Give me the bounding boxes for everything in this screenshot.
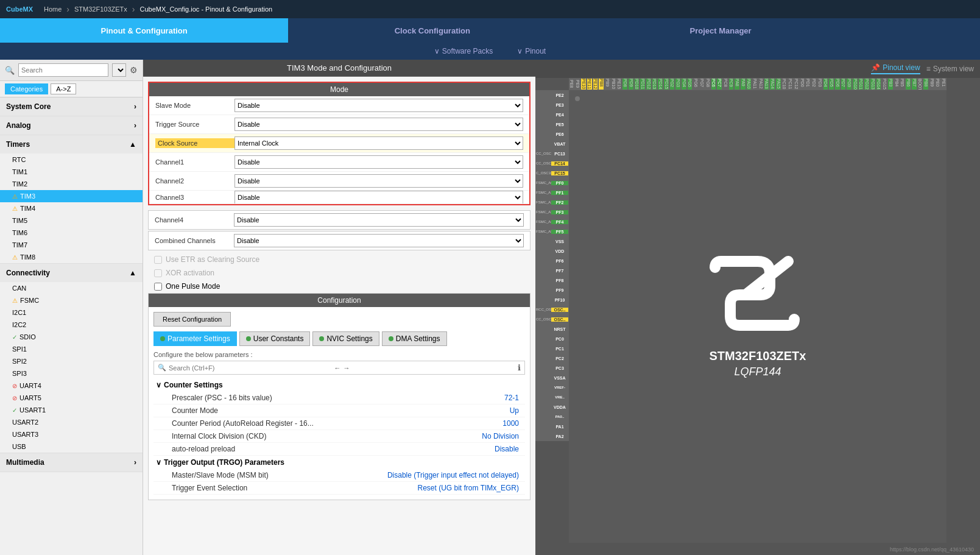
sidebar-item-tim8[interactable]: ⚠TIM8 (0, 251, 143, 263)
section-timers: Timers ▲ RTC TIM1 TIM2 ⚠TIM3 ⚠TIM4 TIM5 … (0, 135, 143, 264)
pin-top-pa15: PA15 (775, 78, 781, 90)
tab-nvic-settings[interactable]: NVIC Settings (312, 331, 379, 346)
config-title: Configuration (149, 294, 530, 307)
pin-top-pd6: PD6 (834, 78, 841, 90)
trgo-settings-group[interactable]: ∨ Trigger Output (TRGO) Parameters (153, 456, 525, 469)
sidebar-item-tim4[interactable]: ⚠TIM4 (0, 202, 143, 214)
pin-left-pf7: PF7 (535, 266, 569, 275)
breadcrumb-file[interactable]: CubeMX_Config.ioc - Pinout & Configurati… (135, 5, 278, 13)
tab-system-view[interactable]: ≡ System view (926, 65, 974, 73)
sidebar-item-can[interactable]: CAN (0, 282, 143, 294)
gear-button[interactable]: ⚙ (130, 65, 138, 75)
channel3-label: Channel3 (155, 194, 234, 201)
section-multimedia: Multimedia › (0, 453, 143, 472)
pin-top-pg14: PG14 (876, 78, 882, 90)
section-timers-header[interactable]: Timers ▲ (0, 135, 143, 154)
section-system-core: System Core › (0, 97, 143, 116)
sidebar-item-spi3[interactable]: SPI3 (0, 367, 143, 380)
reset-config-button[interactable]: Reset Configuration (153, 312, 231, 327)
pin-left-pf6: PF6 (535, 256, 569, 266)
pin-left-vssa: VSSA (535, 373, 569, 383)
tab-dma-settings[interactable]: DMA Settings (382, 331, 447, 346)
channel1-select[interactable]: Disable (234, 155, 523, 169)
counter-settings-group[interactable]: ∨ Counter Settings (153, 378, 525, 392)
info-button[interactable]: ℹ (518, 363, 521, 372)
param-list: ∨ Counter Settings Prescaler (PSC - 16 b… (153, 378, 525, 495)
sidebar-item-tim6[interactable]: TIM6 (0, 227, 143, 239)
error-icon-uart4: ⊘ (12, 383, 17, 389)
sidebar-item-tim1[interactable]: TIM1 (0, 166, 143, 178)
top-bar: CubeMX Home › STM32F103ZETx › CubeMX_Con… (0, 0, 980, 18)
sidebar-item-usart3[interactable]: USART3 (0, 428, 143, 440)
sidebar-item-usart1[interactable]: ✓USART1 (0, 404, 143, 416)
sidebar-item-i2c1[interactable]: I2C1 (0, 306, 143, 319)
pin-top-pd12: PD12 (646, 78, 652, 90)
pin-top-pc12: PC12 (793, 78, 799, 90)
section-analog-header[interactable]: Analog › (0, 116, 143, 135)
breadcrumb-home[interactable]: Home (39, 5, 66, 13)
sidebar-tabs: Categories A->Z (0, 81, 143, 97)
pin-left-pf1: FSMC_A1PF1 (535, 188, 569, 197)
sidebar-search-row: 🔍 ⚙ (0, 60, 143, 81)
section-system-core-header[interactable]: System Core › (0, 97, 143, 116)
section-multimedia-header[interactable]: Multimedia › (0, 453, 143, 472)
chip-inner: STM32F103ZETx LQFP144 (569, 90, 947, 543)
subtab-pinout[interactable]: ∨ Pinout (517, 47, 546, 55)
param-search-input[interactable] (169, 364, 332, 372)
sidebar-tab-categories[interactable]: Categories (5, 83, 48, 94)
param-counter-period: Counter Period (AutoReload Register - 16… (153, 417, 525, 430)
tab-parameter-settings[interactable]: Parameter Settings (153, 331, 237, 346)
sidebar-item-usb[interactable]: USB (0, 440, 143, 453)
chip-marker (575, 96, 580, 101)
xor-row: XOR activation (148, 266, 531, 280)
combined-channels-select[interactable]: Disable (234, 234, 524, 247)
sidebar-item-spi2[interactable]: SPI2 (0, 355, 143, 367)
subtab-software-packs[interactable]: ∨ Software Packs (434, 47, 493, 55)
chip-package: LQFP144 (734, 366, 781, 378)
prev-search-button[interactable]: ← (334, 364, 341, 372)
slave-mode-select[interactable]: Disable (234, 99, 523, 112)
sidebar-item-tim2[interactable]: TIM2 (0, 178, 143, 190)
pin-top-pc8: PC8 (722, 78, 728, 90)
sidebar-item-tim7[interactable]: TIM7 (0, 239, 143, 251)
xor-checkbox[interactable] (154, 269, 162, 277)
sidebar-item-uart5[interactable]: ⊘UART5 (0, 392, 143, 404)
tab-pinout-view[interactable]: 📌 Pinout view (871, 63, 920, 74)
pin-top-pe1: PE1 (940, 78, 947, 90)
channel2-select[interactable]: Disable (234, 174, 523, 188)
sidebar-item-usart2[interactable]: USART2 (0, 416, 143, 428)
sidebar-item-rtc[interactable]: RTC (0, 154, 143, 166)
one-pulse-checkbox[interactable] (154, 283, 162, 291)
channel3-select[interactable]: Disable (234, 191, 523, 204)
next-search-button[interactable]: → (344, 364, 350, 372)
chip-area: PE8 PE9 PE10 PE11 PE12 PB8 PB9 PB10 PE15… (535, 78, 980, 555)
sidebar-item-spi1[interactable]: SPI1 (0, 343, 143, 355)
use-etr-checkbox[interactable] (154, 256, 162, 264)
tab-project[interactable]: Project Manager (576, 18, 864, 43)
pin-left-pf0: FSMC_A0PF0 (535, 178, 569, 188)
clock-source-select[interactable]: Internal Clock (234, 136, 523, 150)
warning-icon-fsmc: ⚠ (12, 297, 18, 304)
filter-select[interactable] (112, 63, 126, 77)
sidebar-item-uart4[interactable]: ⊘UART4 (0, 380, 143, 392)
sidebar-item-tim3[interactable]: ⚠TIM3 (0, 190, 143, 202)
tab-user-constants[interactable]: User Constants (239, 331, 311, 346)
trigger-source-row: Trigger Source Disable (149, 115, 529, 134)
sidebar-item-sdio[interactable]: ✓SDIO (0, 331, 143, 343)
tab-pinout[interactable]: Pinout & Configuration (0, 18, 288, 43)
section-connectivity-header[interactable]: Connectivity ▲ (0, 264, 143, 282)
pin-top-pa10: PA10 (746, 78, 752, 90)
breadcrumb-device[interactable]: STM32F103ZETx (69, 5, 132, 13)
tab-clock[interactable]: Clock Configuration (288, 18, 576, 43)
section-analog: Analog › (0, 116, 143, 135)
pin-top-pa11: PA11 (752, 78, 758, 90)
sidebar-item-tim5[interactable]: TIM5 (0, 214, 143, 227)
sidebar-item-fsmc[interactable]: ⚠FSMC (0, 294, 143, 306)
channel1-label: Channel1 (155, 158, 234, 166)
sidebar-tab-atoz[interactable]: A->Z (51, 83, 76, 94)
pin-top-pg4: PG4 (681, 78, 687, 90)
trigger-source-select[interactable]: Disable (234, 118, 523, 131)
sidebar-item-i2c2[interactable]: I2C2 (0, 319, 143, 331)
channel4-select[interactable]: Disable (234, 213, 524, 227)
search-input[interactable] (18, 63, 108, 77)
